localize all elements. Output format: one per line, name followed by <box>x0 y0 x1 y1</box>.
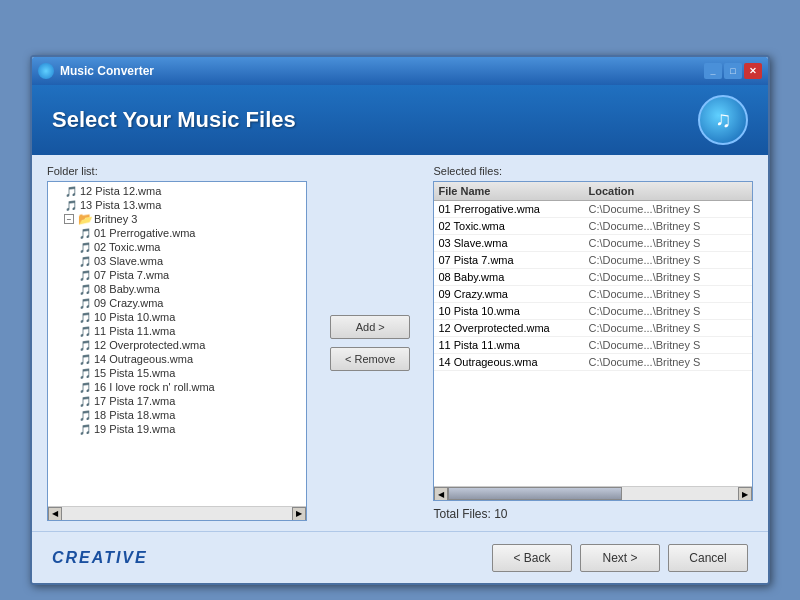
add-button[interactable]: Add > <box>330 315 410 339</box>
folder-tree-item[interactable]: 🎵10 Pista 10.wma <box>78 310 304 324</box>
tree-item-label: 11 Pista 11.wma <box>94 325 175 337</box>
folder-tree-item[interactable]: 🎵15 Pista 15.wma <box>78 366 304 380</box>
folder-tree-item[interactable]: 🎵12 Overprotected.wma <box>78 338 304 352</box>
folder-hscroll-track[interactable] <box>62 507 292 520</box>
table-row[interactable]: 02 Toxic.wmaC:\Docume...\Britney S <box>434 218 752 235</box>
title-buttons: _ □ ✕ <box>704 63 762 79</box>
folder-tree-item[interactable]: 🎵14 Outrageous.wma <box>78 352 304 366</box>
tree-item-label: 16 I love rock n' roll.wma <box>94 381 215 393</box>
folder-tree-item[interactable]: 🎵11 Pista 11.wma <box>78 324 304 338</box>
table-cell-filename: 07 Pista 7.wma <box>438 254 588 266</box>
cancel-button[interactable]: Cancel <box>668 544 748 572</box>
page-title: Select Your Music Files <box>52 107 296 133</box>
folder-tree-item[interactable]: 🎵16 I love rock n' roll.wma <box>78 380 304 394</box>
folder-list-scroll[interactable]: 🎵12 Pista 12.wma🎵13 Pista 13.wma−📂Britne… <box>48 182 306 506</box>
folder-hscroll-left-btn[interactable]: ◀ <box>48 507 62 521</box>
col-filename-header: File Name <box>438 185 588 197</box>
right-panel: Selected files: File Name Location 01 Pr… <box>433 165 753 521</box>
folder-tree-item[interactable]: 🎵01 Prerrogative.wma <box>78 226 304 240</box>
file-icon: 🎵 <box>78 283 92 295</box>
table-cell-location: C:\Docume...\Britney S <box>588 305 748 317</box>
table-cell-filename: 10 Pista 10.wma <box>438 305 588 317</box>
tree-item-label: 13 Pista 13.wma <box>80 199 161 211</box>
table-row[interactable]: 09 Crazy.wmaC:\Docume...\Britney S <box>434 286 752 303</box>
window-title: Music Converter <box>60 64 154 78</box>
table-cell-location: C:\Docume...\Britney S <box>588 271 748 283</box>
header-logo-icon: ♫ <box>698 95 748 145</box>
app-icon <box>38 63 54 79</box>
table-row[interactable]: 14 Outrageous.wmaC:\Docume...\Britney S <box>434 354 752 371</box>
folder-tree-item[interactable]: 🎵13 Pista 13.wma <box>64 198 304 212</box>
tree-item-label: 14 Outrageous.wma <box>94 353 193 365</box>
tree-item-label: 12 Pista 12.wma <box>80 185 161 197</box>
footer-area: CREATIVE < Back Next > Cancel <box>32 531 768 583</box>
folder-tree-item[interactable]: 🎵02 Toxic.wma <box>78 240 304 254</box>
folder-list-label: Folder list: <box>47 165 307 177</box>
maximize-button[interactable]: □ <box>724 63 742 79</box>
folder-tree-item[interactable]: 🎵07 Pista 7.wma <box>78 268 304 282</box>
table-cell-location: C:\Docume...\Britney S <box>588 356 748 368</box>
title-bar: Music Converter _ □ ✕ <box>32 57 768 85</box>
remove-button[interactable]: < Remove <box>330 347 410 371</box>
table-row[interactable]: 01 Prerrogative.wmaC:\Docume...\Britney … <box>434 201 752 218</box>
selected-hscroll-thumb <box>448 487 622 500</box>
table-cell-filename: 02 Toxic.wma <box>438 220 588 232</box>
tree-item-label: 08 Baby.wma <box>94 283 160 295</box>
selected-hscroll-left-btn[interactable]: ◀ <box>434 487 448 501</box>
file-icon: 🎵 <box>78 325 92 337</box>
table-row[interactable]: 03 Slave.wmaC:\Docume...\Britney S <box>434 235 752 252</box>
tree-item-label: 18 Pista 18.wma <box>94 409 175 421</box>
table-cell-location: C:\Docume...\Britney S <box>588 203 748 215</box>
folder-list-box: 🎵12 Pista 12.wma🎵13 Pista 13.wma−📂Britne… <box>47 181 307 521</box>
selected-hscroll-track[interactable] <box>448 487 738 500</box>
folder-tree-item[interactable]: 🎵09 Crazy.wma <box>78 296 304 310</box>
table-cell-location: C:\Docume...\Britney S <box>588 254 748 266</box>
table-cell-location: C:\Docume...\Britney S <box>588 220 748 232</box>
table-row[interactable]: 12 Overprotected.wmaC:\Docume...\Britney… <box>434 320 752 337</box>
selected-files-table-body[interactable]: 01 Prerrogative.wmaC:\Docume...\Britney … <box>434 201 752 486</box>
folder-tree-item[interactable]: 🎵18 Pista 18.wma <box>78 408 304 422</box>
table-cell-filename: 03 Slave.wma <box>438 237 588 249</box>
table-cell-location: C:\Docume...\Britney S <box>588 237 748 249</box>
table-cell-filename: 12 Overprotected.wma <box>438 322 588 334</box>
table-cell-filename: 11 Pista 11.wma <box>438 339 588 351</box>
file-icon: 🎵 <box>78 227 92 239</box>
folder-hscroll-right-btn[interactable]: ▶ <box>292 507 306 521</box>
tree-expand-icon[interactable]: − <box>64 214 74 224</box>
content-area: Folder list: 🎵12 Pista 12.wma🎵13 Pista 1… <box>32 155 768 531</box>
main-window: Music Converter _ □ ✕ Select Your Music … <box>30 55 770 585</box>
table-row[interactable]: 11 Pista 11.wmaC:\Docume...\Britney S <box>434 337 752 354</box>
table-cell-location: C:\Docume...\Britney S <box>588 339 748 351</box>
table-cell-filename: 09 Crazy.wma <box>438 288 588 300</box>
next-button[interactable]: Next > <box>580 544 660 572</box>
selected-files-box: File Name Location 01 Prerrogative.wmaC:… <box>433 181 753 501</box>
back-button[interactable]: < Back <box>492 544 572 572</box>
selected-hscroll-right-btn[interactable]: ▶ <box>738 487 752 501</box>
tree-item-label: 01 Prerrogative.wma <box>94 227 196 239</box>
left-panel: Folder list: 🎵12 Pista 12.wma🎵13 Pista 1… <box>47 165 307 521</box>
folder-tree-item[interactable]: 🎵19 Pista 19.wma <box>78 422 304 436</box>
folder-tree-item[interactable]: 🎵08 Baby.wma <box>78 282 304 296</box>
folder-tree-item[interactable]: 🎵03 Slave.wma <box>78 254 304 268</box>
tree-item-label: 03 Slave.wma <box>94 255 163 267</box>
table-row[interactable]: 08 Baby.wmaC:\Docume...\Britney S <box>434 269 752 286</box>
table-row[interactable]: 07 Pista 7.wmaC:\Docume...\Britney S <box>434 252 752 269</box>
file-icon: 🎵 <box>78 255 92 267</box>
file-icon: 🎵 <box>78 367 92 379</box>
selected-hscrollbar: ◀ ▶ <box>434 486 752 500</box>
file-icon: 🎵 <box>78 423 92 435</box>
tree-item-label: Britney 3 <box>94 213 137 225</box>
selected-files-label: Selected files: <box>433 165 753 177</box>
folder-icon: 📂 <box>78 213 92 225</box>
table-row[interactable]: 10 Pista 10.wmaC:\Docume...\Britney S <box>434 303 752 320</box>
creative-logo: CREATIVE <box>52 549 148 567</box>
tree-item-label: 15 Pista 15.wma <box>94 367 175 379</box>
close-button[interactable]: ✕ <box>744 63 762 79</box>
folder-tree-item[interactable]: −📂Britney 3 <box>64 212 304 226</box>
table-cell-location: C:\Docume...\Britney S <box>588 288 748 300</box>
tree-item-label: 12 Overprotected.wma <box>94 339 205 351</box>
folder-tree-item[interactable]: 🎵17 Pista 17.wma <box>78 394 304 408</box>
minimize-button[interactable]: _ <box>704 63 722 79</box>
folder-tree-item[interactable]: 🎵12 Pista 12.wma <box>64 184 304 198</box>
file-icon: 🎵 <box>78 409 92 421</box>
